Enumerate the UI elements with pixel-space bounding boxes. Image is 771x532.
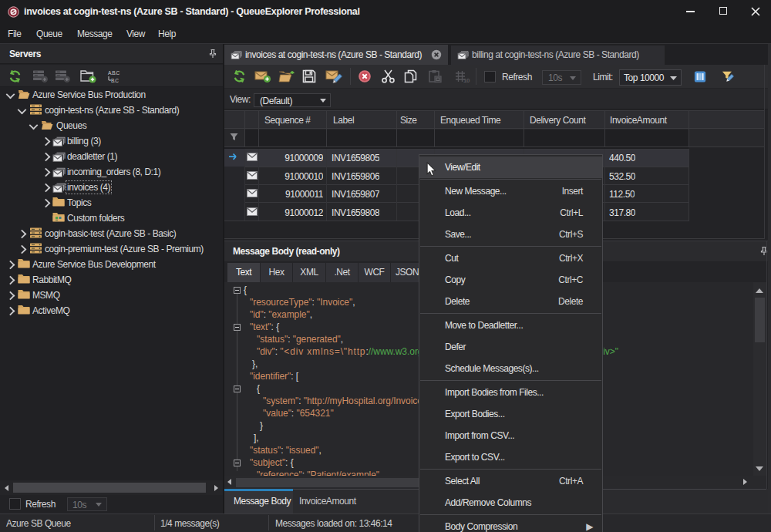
svg-text:A.B.C: A.B.C [108, 70, 120, 76]
svg-text:10: 10 [463, 77, 470, 83]
svg-text:B.C: B.C [111, 78, 119, 83]
